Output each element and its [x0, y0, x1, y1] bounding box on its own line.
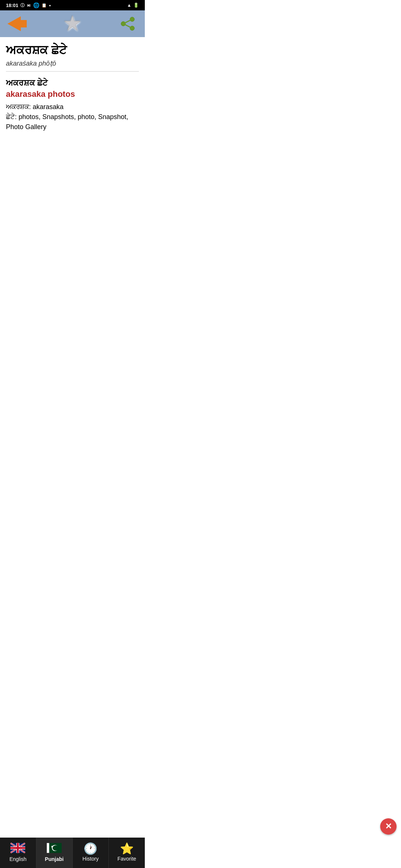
- status-time-area: 18:01 ⓘ ⏯ 🌐 📋 •: [6, 2, 51, 8]
- status-globe-icon: 🌐: [33, 2, 39, 8]
- favorite-button[interactable]: [63, 14, 82, 33]
- star-icon: [63, 14, 82, 33]
- status-info-icon: ⓘ: [20, 3, 25, 8]
- definition-section: ਅਕਰਸ਼ਕ ਛੇਟੇ akarasaka photos ਅਕਰਸ਼ਕ: aka…: [6, 77, 139, 134]
- share-button[interactable]: [118, 14, 137, 33]
- def-line2: ਛੇਟੇ: photos, Snapshots, photo, Snapshot…: [6, 112, 139, 132]
- def-line2-english: photos, Snapshots, photo, Snapshot, Phot…: [6, 113, 128, 131]
- def-line1-punjabi: ਅਕਰਸ਼ਕ:: [6, 103, 31, 111]
- status-bar: 18:01 ⓘ ⏯ 🌐 📋 • ▲ 🔋: [0, 0, 145, 10]
- svg-marker-2: [65, 16, 80, 30]
- status-dot: •: [49, 3, 51, 8]
- back-arrow-icon: [7, 16, 27, 32]
- wifi-icon: ▲: [127, 3, 131, 8]
- main-content: ਅਕਰਸ਼ਕ ਛੇਟੇ akaraśaka phōṭō ਅਕਰਸ਼ਕ ਛੇਟੇ …: [0, 37, 145, 134]
- word-title: ਅਕਰਸ਼ਕ ਛੇਟੇ: [6, 43, 139, 57]
- svg-line-6: [123, 19, 132, 24]
- divider: [6, 71, 139, 72]
- toolbar: [0, 10, 145, 37]
- def-line1: ਅਕਰਸ਼ਕ: akarasaka: [6, 102, 139, 112]
- content-spacer: [0, 134, 145, 319]
- svg-line-7: [123, 24, 132, 28]
- def-punjabi-word: ਅਕਰਸ਼ਕ ਛੇਟੇ: [6, 78, 139, 88]
- transliteration: akaraśaka phōṭō: [6, 59, 139, 68]
- battery-icon: 🔋: [133, 3, 139, 8]
- def-line1-english: akarasaka: [33, 103, 63, 111]
- back-button[interactable]: [7, 16, 27, 32]
- share-icon: [120, 16, 136, 32]
- status-media-icon: ⏯: [27, 3, 31, 7]
- def-line2-punjabi: ਛੇਟੇ:: [6, 113, 17, 121]
- status-time: 18:01: [6, 3, 18, 8]
- svg-rect-1: [19, 20, 27, 27]
- def-english-translation: akarasaka photos: [6, 89, 139, 99]
- content-wrapper: ਅਕਰਸ਼ਕ ਛੇਟੇ akaraśaka phōṭō ਅਕਰਸ਼ਕ ਛੇਟੇ …: [0, 37, 145, 319]
- status-clipboard-icon: 📋: [42, 3, 47, 8]
- status-indicators: ▲ 🔋: [127, 3, 139, 8]
